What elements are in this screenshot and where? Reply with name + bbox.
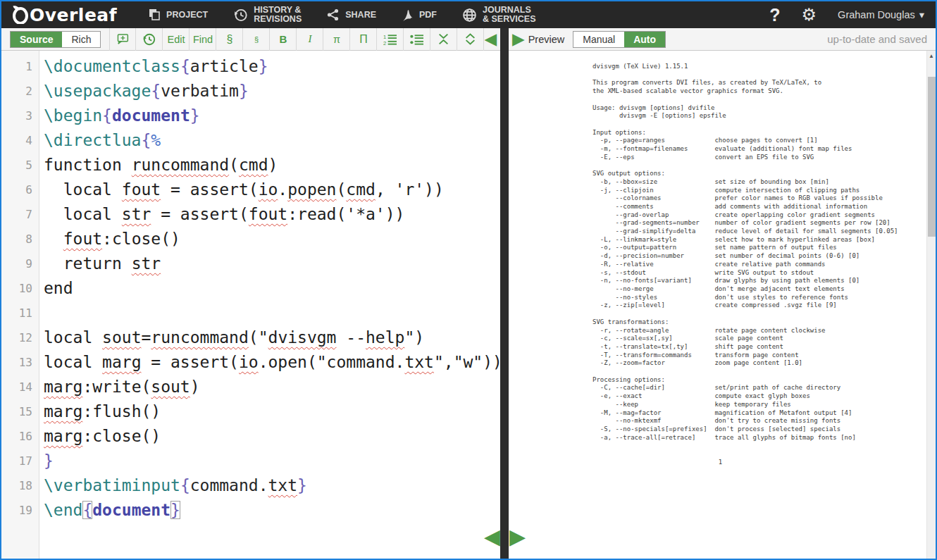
menu-pdf[interactable]: PDF bbox=[402, 8, 437, 22]
collapse-editor-bottom-button[interactable]: ◀ bbox=[484, 526, 500, 547]
code-line[interactable] bbox=[44, 301, 500, 325]
italic-button[interactable]: I bbox=[297, 28, 323, 51]
bold-button[interactable]: B bbox=[270, 28, 297, 51]
pi-glyph: π bbox=[333, 34, 340, 45]
preview-label: Preview bbox=[528, 34, 565, 45]
manual-compile-button[interactable]: Manual bbox=[573, 32, 624, 47]
preview-toolbar: ▶ Preview Manual Auto up-to-date and sav… bbox=[509, 28, 936, 51]
code-line[interactable]: \verbatiminput{command.txt} bbox=[44, 473, 500, 498]
share-icon bbox=[327, 8, 340, 21]
bullet-list-button[interactable] bbox=[404, 28, 430, 51]
code-line[interactable]: fout:close() bbox=[44, 227, 500, 251]
section-glyph: § bbox=[227, 33, 233, 46]
code-line[interactable]: local sout=runcommand("dvisvgm --help") bbox=[44, 325, 500, 350]
leaf-icon bbox=[13, 6, 28, 24]
editor-pane: Source Rich Text bbox=[1, 28, 500, 559]
expand-preview-bottom-button[interactable]: ▶ bbox=[509, 526, 526, 547]
code-editor: 12345678910111213141516171819 \documentc… bbox=[1, 51, 500, 559]
comment-plus-icon bbox=[116, 32, 129, 46]
section-button[interactable]: § bbox=[216, 28, 243, 51]
numbered-list-button[interactable]: 1 2 bbox=[377, 28, 404, 51]
save-status: up-to-date and saved bbox=[827, 33, 936, 45]
add-comment-button[interactable] bbox=[109, 28, 136, 51]
line-number: 4 bbox=[1, 128, 39, 153]
globe-icon bbox=[462, 8, 477, 23]
code-line[interactable]: marg:flush() bbox=[44, 399, 500, 424]
code-line[interactable]: local str = assert(fout:read('*a')) bbox=[44, 202, 500, 227]
bold-glyph: B bbox=[280, 33, 287, 45]
code-line[interactable]: function runcommand(cmd) bbox=[44, 153, 500, 178]
top-menu: PROJECT HISTORY & REVISIONS SHARE bbox=[148, 6, 535, 24]
code-line[interactable]: local marg = assert(io.open("command.txt… bbox=[44, 350, 500, 375]
collapse-editor-button[interactable]: ◀ bbox=[484, 31, 502, 47]
menu-pdf-label: PDF bbox=[419, 11, 437, 20]
code-line[interactable]: \directlua{% bbox=[44, 128, 500, 153]
bullet-list-icon bbox=[410, 34, 423, 45]
menu-share[interactable]: SHARE bbox=[327, 8, 376, 21]
top-bar-right: ? ⚙ Graham Douglas ▾ bbox=[769, 5, 936, 25]
code-line[interactable]: local fout = assert(io.popen(cmd, 'r')) bbox=[44, 178, 500, 202]
numbered-list-icon: 1 2 bbox=[383, 34, 397, 45]
unindent-button[interactable] bbox=[430, 28, 457, 51]
line-number: 3 bbox=[1, 104, 39, 128]
history-icon bbox=[233, 8, 248, 23]
line-number: 5 bbox=[1, 153, 39, 178]
menu-project[interactable]: PROJECT bbox=[148, 8, 208, 21]
line-number: 15 bbox=[1, 399, 39, 424]
menu-share-label: SHARE bbox=[345, 11, 376, 20]
display-math-button[interactable]: Π bbox=[350, 28, 377, 51]
help-button[interactable]: ? bbox=[769, 5, 780, 25]
find-label: Find bbox=[193, 34, 213, 45]
find-button[interactable]: Find bbox=[190, 28, 216, 51]
editor-toolbar: Source Rich Text bbox=[1, 28, 500, 51]
italic-glyph: I bbox=[308, 33, 311, 45]
line-number: 16 bbox=[1, 424, 39, 449]
line-number: 9 bbox=[1, 251, 39, 276]
code-line[interactable]: } bbox=[44, 449, 500, 473]
svg-text:2: 2 bbox=[383, 39, 386, 44]
pdf-preview: dvisvgm (TeX Live) 1.15.1 This program c… bbox=[509, 51, 936, 559]
source-tab[interactable]: Source bbox=[11, 32, 62, 47]
line-number: 14 bbox=[1, 375, 39, 399]
inline-math-button[interactable]: π bbox=[323, 28, 350, 51]
code-line[interactable]: \end{document} bbox=[44, 498, 500, 523]
edit-label: Edit bbox=[167, 34, 185, 45]
subsection-button[interactable]: § bbox=[243, 28, 270, 51]
gear-icon[interactable]: ⚙ bbox=[802, 6, 817, 23]
indent-button[interactable] bbox=[457, 28, 484, 51]
chevron-down-icon: ▾ bbox=[919, 9, 924, 20]
code-line[interactable]: marg:write(sout) bbox=[44, 375, 500, 399]
user-menu[interactable]: Graham Douglas ▾ bbox=[838, 9, 924, 20]
menu-history-revisions[interactable]: HISTORY & REVISIONS bbox=[233, 6, 302, 24]
menu-journals-services[interactable]: JOURNALS & SERVICES bbox=[462, 6, 536, 24]
expand-chevrons-icon bbox=[464, 33, 476, 45]
code-lines[interactable]: \documentclass{article}\usepackage{verba… bbox=[39, 51, 500, 559]
line-number: 18 bbox=[1, 473, 39, 498]
versions-button[interactable] bbox=[136, 28, 163, 51]
code-line[interactable]: return str bbox=[44, 251, 500, 276]
edit-menu-button[interactable]: Edit bbox=[163, 28, 190, 51]
collapse-chevrons-icon bbox=[438, 33, 449, 45]
menu-history-label: HISTORY & REVISIONS bbox=[254, 6, 302, 24]
code-line[interactable]: end bbox=[44, 276, 500, 301]
main-split: Source Rich Text bbox=[1, 28, 936, 559]
pane-divider[interactable] bbox=[500, 28, 509, 559]
line-number: 2 bbox=[1, 79, 39, 104]
expand-preview-button[interactable]: ▶ bbox=[509, 31, 525, 47]
rich-text-tab[interactable]: Rich Text bbox=[62, 32, 100, 47]
line-number: 6 bbox=[1, 178, 39, 202]
pdf-scrollbar[interactable]: ▲ bbox=[926, 51, 936, 559]
scrollbar-up-arrow[interactable]: ▲ bbox=[929, 53, 934, 59]
code-line[interactable]: \documentclass{article} bbox=[44, 54, 500, 79]
auto-compile-button[interactable]: Auto bbox=[624, 32, 665, 47]
pdf-icon bbox=[402, 8, 414, 22]
project-icon bbox=[148, 8, 161, 21]
code-line[interactable]: \begin{document} bbox=[44, 104, 500, 128]
code-line[interactable]: \usepackage{verbatim} bbox=[44, 79, 500, 104]
line-number: 1 bbox=[1, 54, 39, 79]
line-number: 17 bbox=[1, 449, 39, 473]
overleaf-logo[interactable]: Overleaf bbox=[1, 5, 117, 25]
menu-project-label: PROJECT bbox=[166, 11, 208, 20]
code-line[interactable]: marg:close() bbox=[44, 424, 500, 449]
scrollbar-thumb[interactable] bbox=[928, 77, 936, 237]
